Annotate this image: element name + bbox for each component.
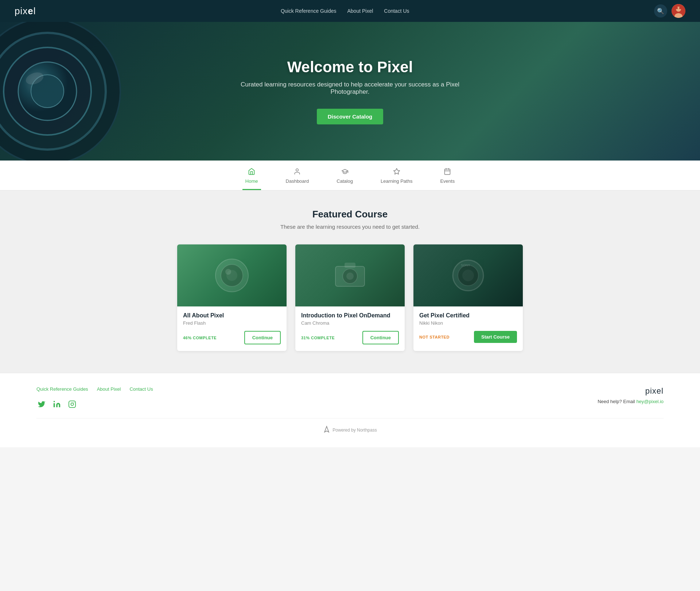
main-content: Featured Course These are the learning r… xyxy=(0,190,700,373)
header-nav: Quick Reference Guides About Pixel Conta… xyxy=(281,8,409,14)
main-nav-tabs: Home Dashboard Catalog Learning Paths xyxy=(0,161,700,190)
footer-logo: pixel xyxy=(598,386,664,396)
powered-by: Powered by Northpass xyxy=(36,426,664,434)
course-thumb-3: SONY xyxy=(413,244,523,306)
tab-dashboard[interactable]: Dashboard xyxy=(283,164,312,190)
hero-subtitle: Curated learning resources designed to h… xyxy=(230,81,470,96)
nav-about-pixel[interactable]: About Pixel xyxy=(347,8,373,14)
course-status-2: 31% COMPLETE xyxy=(301,336,335,340)
course-author-2: Cam Chroma xyxy=(301,320,399,326)
learning-paths-icon xyxy=(393,168,400,176)
course-image-2 xyxy=(295,244,405,306)
start-course-button[interactable]: Start Course xyxy=(474,331,517,343)
tab-events[interactable]: Events xyxy=(437,164,458,190)
search-button[interactable]: 🔍 xyxy=(654,4,667,18)
course-body-3: Get Pixel Certified Nikki Nikon NOT STAR… xyxy=(413,306,523,349)
hero-title: Welcome to Pixel xyxy=(230,58,470,76)
footer-help: Need help? Email hey@pixel.io xyxy=(598,399,664,404)
svg-rect-31 xyxy=(69,401,75,407)
footer-bottom: Powered by Northpass xyxy=(36,418,664,434)
continue-button-1[interactable]: Continue xyxy=(244,331,281,344)
continue-button-2[interactable]: Continue xyxy=(362,331,399,344)
svg-point-4 xyxy=(679,7,681,9)
footer-social xyxy=(36,399,153,409)
avatar-image xyxy=(672,4,685,18)
footer-help-text: Need help? Email xyxy=(598,399,636,404)
course-card-1: All About Pixel Fred Flash 46% COMPLETE … xyxy=(177,244,287,351)
footer-quick-reference[interactable]: Quick Reference Guides xyxy=(36,386,88,392)
course-image-3: SONY xyxy=(413,244,523,306)
course-footer-3: NOT STARTED Start Course xyxy=(419,331,517,343)
powered-by-text: Powered by Northpass xyxy=(332,428,377,433)
nav-contact-us[interactable]: Contact Us xyxy=(384,8,409,14)
avatar[interactable] xyxy=(672,4,685,18)
course-status-1: 46% COMPLETE xyxy=(183,336,217,340)
svg-text:SONY: SONY xyxy=(461,263,470,267)
home-icon xyxy=(248,168,255,176)
tab-catalog-label: Catalog xyxy=(337,178,353,184)
dashboard-icon xyxy=(293,168,301,176)
footer-links: Quick Reference Guides About Pixel Conta… xyxy=(36,386,153,392)
course-author-1: Fred Flash xyxy=(183,320,281,326)
logo[interactable]: pixel xyxy=(15,5,36,17)
tab-dashboard-label: Dashboard xyxy=(286,178,309,184)
tab-learning-paths-label: Learning Paths xyxy=(381,178,412,184)
course-card-2: Introduction to Pixel OnDemand Cam Chrom… xyxy=(295,244,405,351)
svg-marker-33 xyxy=(324,426,329,432)
svg-rect-24 xyxy=(345,263,355,268)
course-card-3: SONY Get Pixel Certified Nikki Nikon NOT… xyxy=(413,244,523,351)
svg-point-3 xyxy=(676,7,678,9)
instagram-icon[interactable] xyxy=(67,399,77,409)
svg-point-11 xyxy=(296,169,299,171)
featured-course-subtitle: These are the learning resources you nee… xyxy=(7,224,693,230)
course-title-3: Get Pixel Certified xyxy=(419,312,517,319)
course-footer-1: 46% COMPLETE Continue xyxy=(183,331,281,344)
course-thumb-2 xyxy=(295,244,405,306)
footer-contact-us[interactable]: Contact Us xyxy=(129,386,153,392)
discover-catalog-button[interactable]: Discover Catalog xyxy=(317,109,384,124)
course-thumb-1 xyxy=(177,244,287,306)
header: pixel Quick Reference Guides About Pixel… xyxy=(0,0,700,22)
course-author-3: Nikki Nikon xyxy=(419,320,517,326)
course-image-1 xyxy=(177,244,287,306)
linkedin-icon[interactable] xyxy=(52,399,62,409)
northpass-icon xyxy=(323,426,330,434)
course-title-1: All About Pixel xyxy=(183,312,281,319)
footer-right: pixel Need help? Email hey@pixel.io xyxy=(598,386,664,404)
svg-point-20 xyxy=(225,269,231,275)
svg-rect-13 xyxy=(445,169,450,174)
hero-lens-decoration xyxy=(0,22,124,161)
header-right: 🔍 xyxy=(654,4,685,18)
course-body-1: All About Pixel Fred Flash 46% COMPLETE … xyxy=(177,306,287,351)
tab-home[interactable]: Home xyxy=(242,164,261,190)
featured-course-title: Featured Course xyxy=(7,209,693,220)
course-status-3: NOT STARTED xyxy=(419,335,450,339)
hero-content: Welcome to Pixel Curated learning resour… xyxy=(222,58,478,124)
course-title-2: Introduction to Pixel OnDemand xyxy=(301,312,399,319)
course-body-2: Introduction to Pixel OnDemand Cam Chrom… xyxy=(295,306,405,351)
nav-quick-reference[interactable]: Quick Reference Guides xyxy=(281,8,337,14)
course-footer-2: 31% COMPLETE Continue xyxy=(301,331,399,344)
svg-marker-12 xyxy=(393,169,400,174)
svg-point-30 xyxy=(54,401,55,402)
svg-point-27 xyxy=(462,270,474,281)
footer-about-pixel[interactable]: About Pixel xyxy=(97,386,121,392)
svg-rect-29 xyxy=(54,403,55,407)
svg-point-23 xyxy=(346,273,354,280)
footer-help-email[interactable]: hey@pixel.io xyxy=(636,399,664,404)
events-icon xyxy=(444,168,451,176)
search-icon: 🔍 xyxy=(657,8,664,15)
footer-top: Quick Reference Guides About Pixel Conta… xyxy=(36,386,664,409)
footer-left: Quick Reference Guides About Pixel Conta… xyxy=(36,386,153,409)
footer: Quick Reference Guides About Pixel Conta… xyxy=(0,373,700,447)
tab-catalog[interactable]: Catalog xyxy=(334,164,356,190)
courses-grid: All About Pixel Fred Flash 46% COMPLETE … xyxy=(159,244,541,351)
tab-events-label: Events xyxy=(440,178,455,184)
tab-learning-paths[interactable]: Learning Paths xyxy=(378,164,415,190)
hero-section: Welcome to Pixel Curated learning resour… xyxy=(0,22,700,161)
tab-home-label: Home xyxy=(245,178,258,184)
twitter-icon[interactable] xyxy=(36,399,47,409)
catalog-icon xyxy=(341,168,349,176)
